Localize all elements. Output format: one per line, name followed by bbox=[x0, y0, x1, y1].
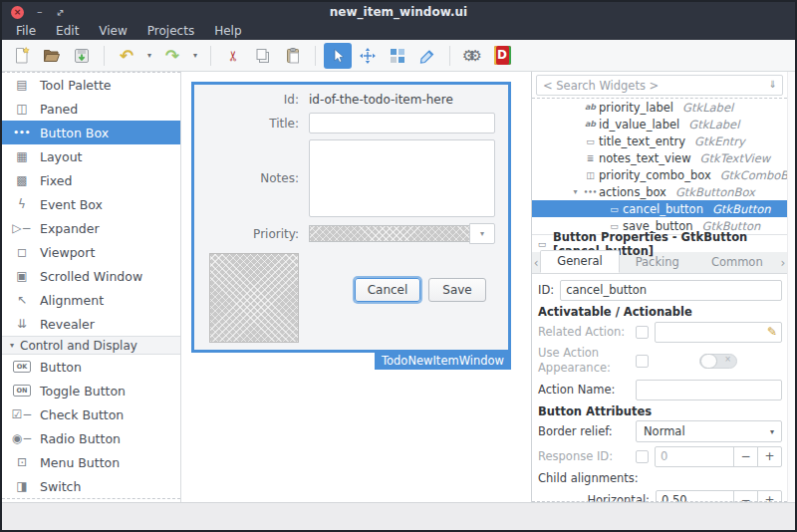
palette-item[interactable]: ▤ Tool Palette bbox=[2, 73, 180, 97]
notes-text-view[interactable] bbox=[309, 139, 495, 217]
palette-item[interactable]: ON Toggle Button bbox=[2, 379, 180, 402]
open-project-button[interactable] bbox=[38, 43, 66, 69]
palette-item[interactable]: ☑− Check Button bbox=[2, 402, 180, 426]
palette-item[interactable]: ◨ Switch bbox=[2, 474, 180, 498]
properties-tab[interactable]: General bbox=[540, 250, 619, 273]
action-name-input[interactable] bbox=[636, 380, 782, 400]
palette-item[interactable]: ▦ Layout bbox=[2, 144, 180, 168]
undo-icon: ↶ bbox=[120, 46, 133, 66]
tree-row[interactable]: ≣ notes_text_view GtkTextView bbox=[532, 149, 787, 166]
palette-item-label: Alignment bbox=[40, 293, 104, 308]
id-property-label: ID: bbox=[538, 283, 554, 297]
undo-button[interactable]: ↶ bbox=[113, 43, 140, 69]
save-button[interactable]: Save bbox=[428, 278, 486, 302]
scrollbar[interactable] bbox=[787, 72, 795, 502]
tree-row[interactable]: ab id_value_label GtkLabel bbox=[532, 116, 787, 133]
widget-type-icon: ≣ bbox=[582, 153, 599, 163]
palette-item-label: Menu Button bbox=[40, 455, 120, 470]
widget-class-icon: ◻ bbox=[10, 245, 34, 259]
drag-resize-tool-button[interactable] bbox=[354, 43, 382, 69]
id-property-row: ID: bbox=[538, 278, 782, 302]
widget-id-label: title_text_entry bbox=[599, 134, 685, 148]
palette-item[interactable]: OK Button bbox=[2, 355, 180, 379]
preferences-button[interactable]: ⚙⚙ bbox=[458, 43, 486, 69]
devhelp-button[interactable]: D bbox=[488, 43, 516, 69]
menu-item[interactable]: Edit bbox=[46, 24, 89, 38]
tree-row[interactable]: ▾ ••• actions_box GtkButtonBox bbox=[532, 183, 787, 200]
palette-item[interactable]: ◫ Paned bbox=[2, 97, 180, 121]
redo-menu-caret[interactable]: ▾ bbox=[188, 43, 202, 69]
margin-edit-tool-button[interactable] bbox=[384, 43, 411, 69]
menu-item[interactable]: Projects bbox=[137, 24, 204, 38]
toolbar-separator bbox=[315, 46, 316, 66]
align-edit-icon bbox=[417, 46, 437, 66]
id-property-input[interactable] bbox=[560, 280, 782, 301]
properties-tab[interactable]: Common bbox=[695, 252, 779, 273]
save-button[interactable] bbox=[68, 43, 96, 69]
align-edit-tool-button[interactable] bbox=[413, 43, 441, 69]
response-id-input[interactable] bbox=[655, 446, 734, 467]
menu-item[interactable]: File bbox=[6, 24, 46, 38]
palette-item[interactable]: ••• Button Box bbox=[2, 121, 180, 144]
widget-class-icon: ▣ bbox=[10, 269, 34, 283]
designed-window-frame[interactable]: Id: id-of-the-todo-item-here Title: Note… bbox=[191, 82, 511, 353]
empty-placeholder-area[interactable] bbox=[209, 253, 299, 343]
tabs-scroll-left-icon[interactable]: ‹ bbox=[532, 256, 540, 270]
toolbar-separator bbox=[449, 46, 450, 66]
palette-item[interactable]: ⇊ Revealer bbox=[2, 312, 180, 336]
paste-button[interactable] bbox=[279, 43, 307, 69]
palette-item[interactable]: ϟ Event Box bbox=[2, 192, 180, 216]
tabs-scroll-right-icon[interactable]: › bbox=[779, 256, 787, 270]
search-dropdown-icon[interactable]: ⇓ bbox=[769, 79, 777, 90]
properties-tab[interactable]: Packing bbox=[620, 252, 695, 273]
copy-button[interactable] bbox=[249, 43, 277, 69]
menubar: File Edit View Projects Help bbox=[2, 22, 795, 40]
edit-pencil-icon[interactable]: ✎ bbox=[767, 325, 777, 339]
palette-item[interactable]: ▩ Fixed bbox=[2, 168, 180, 192]
toggle-switch[interactable]: × bbox=[699, 354, 737, 369]
undo-menu-caret[interactable]: ▾ bbox=[142, 43, 156, 69]
palette-item[interactable]: ⊡ Menu Button bbox=[2, 450, 180, 474]
palette-section-control-display[interactable]: ▾ Control and Display bbox=[2, 336, 180, 355]
selector-tool-button[interactable] bbox=[324, 43, 352, 69]
use-action-appearance-checkbox[interactable] bbox=[636, 355, 649, 368]
tree-row[interactable]: ▭ cancel_button GtkButton bbox=[532, 200, 787, 217]
id-value-label[interactable]: id-of-the-todo-item-here bbox=[309, 93, 453, 107]
design-canvas[interactable]: Id: id-of-the-todo-item-here Title: Note… bbox=[181, 72, 531, 502]
open-folder-icon bbox=[42, 46, 62, 66]
priority-combo-box[interactable]: ▾ bbox=[309, 223, 495, 244]
redo-icon: ↷ bbox=[165, 46, 179, 66]
response-id-checkbox[interactable] bbox=[636, 450, 649, 463]
decrement-button[interactable]: − bbox=[733, 446, 758, 467]
related-action-checkbox[interactable] bbox=[636, 326, 649, 339]
palette-item[interactable]: ▣ Scrolled Window bbox=[2, 264, 180, 288]
menu-item[interactable]: Help bbox=[204, 24, 251, 38]
palette-item[interactable]: ◻ Viewport bbox=[2, 240, 180, 264]
search-widgets-input[interactable] bbox=[536, 75, 783, 96]
palette-item[interactable]: ↖ Alignment bbox=[2, 288, 180, 312]
redo-button[interactable]: ↷ bbox=[158, 43, 186, 69]
widget-id-label: id_value_label bbox=[599, 118, 679, 132]
palette-item[interactable]: ◉− Radio Button bbox=[2, 426, 180, 450]
related-action-input[interactable] bbox=[655, 322, 782, 343]
toolbar: ↶ ▾ ↷ ▾ ✂ ⚙⚙ D bbox=[2, 40, 795, 72]
title-row: Title: bbox=[207, 113, 495, 133]
priority-row: Priority: ▾ bbox=[207, 223, 495, 244]
increment-button[interactable]: + bbox=[757, 446, 782, 467]
cancel-button[interactable]: Cancel bbox=[355, 278, 420, 302]
tree-row[interactable]: ▭ title_text_entry GtkEntry bbox=[532, 133, 787, 149]
combo-dropdown-button[interactable]: ▾ bbox=[469, 223, 495, 244]
combo-placeholder-area[interactable] bbox=[309, 225, 470, 242]
expander-icon[interactable]: ▾ bbox=[569, 187, 582, 196]
title-text-entry[interactable] bbox=[309, 113, 495, 133]
palette-item[interactable]: ▷− Expander bbox=[2, 216, 180, 240]
border-relief-select[interactable]: Normal ▾ bbox=[636, 420, 782, 442]
tree-row[interactable]: ab priority_label GtkLabel bbox=[532, 99, 787, 116]
widget-class-label: GtkButton bbox=[712, 202, 771, 216]
menu-item[interactable]: View bbox=[89, 24, 136, 38]
new-project-button[interactable] bbox=[8, 43, 36, 69]
window-tag[interactable]: TodoNewItemWindow bbox=[375, 353, 511, 370]
tree-row[interactable]: ◫ priority_combo_box GtkComboBox bbox=[532, 166, 787, 183]
cut-button[interactable]: ✂ bbox=[219, 43, 247, 69]
child-alignments-row: Child alignments: bbox=[538, 469, 782, 487]
